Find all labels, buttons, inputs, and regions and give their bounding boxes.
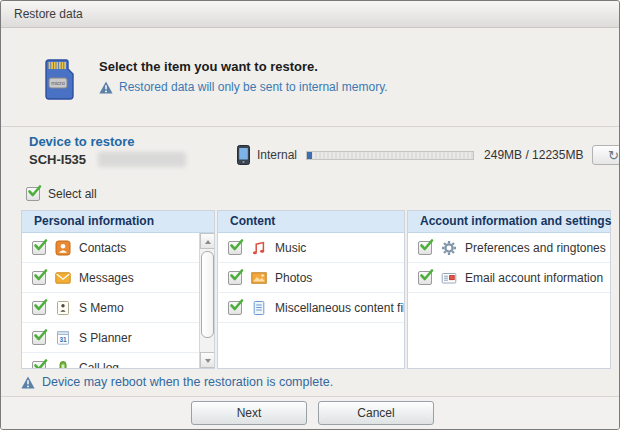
list-item-photos[interactable]: Photos: [218, 263, 404, 293]
document-icon: [251, 300, 267, 316]
list-item-email-account-information[interactable]: Email account information: [408, 263, 610, 293]
device-model: SCH-I535: [29, 152, 86, 167]
warning-icon: [99, 81, 113, 94]
list-item-preferences-and-ringtones[interactable]: Preferences and ringtones: [408, 233, 610, 263]
item-label: Photos: [275, 271, 312, 285]
item-checkbox[interactable]: [32, 271, 46, 285]
item-label: S Planner: [79, 331, 132, 345]
device-section-title: Device to restore: [29, 134, 135, 149]
phone-icon: [237, 145, 250, 165]
music-icon: [251, 240, 267, 256]
footer-bar: Next Cancel: [1, 396, 619, 429]
refresh-button[interactable]: ↻: [592, 145, 620, 165]
device-serial-redacted: [98, 152, 186, 167]
smemo-icon: [55, 300, 71, 316]
list-item-s-planner[interactable]: 31S Planner: [22, 323, 214, 353]
select-all-checkbox[interactable]: [26, 187, 40, 201]
reboot-warning-row: Device may reboot when the restoration i…: [21, 375, 333, 389]
list-item-call-log[interactable]: Call log: [22, 353, 214, 368]
item-checkbox[interactable]: [418, 271, 432, 285]
intro-title: Select the item you want to restore.: [99, 59, 388, 74]
column-header: Personal information: [22, 211, 214, 233]
scrollbar-thumb[interactable]: [201, 251, 214, 338]
storage-usage-text: 249MB / 12235MB: [484, 148, 583, 162]
storage-progress-bar: [306, 151, 474, 160]
list-item-contacts[interactable]: Contacts: [22, 233, 214, 263]
messages-icon: [55, 270, 71, 286]
item-label: Music: [275, 241, 306, 255]
item-label: Contacts: [79, 241, 126, 255]
item-label: Call log: [79, 361, 119, 369]
reboot-warning-text: Device may reboot when the restoration i…: [42, 375, 333, 389]
item-label: Email account information: [465, 271, 603, 285]
item-checkbox[interactable]: [32, 301, 46, 315]
email-icon: [441, 270, 457, 286]
column-content: Content MusicPhotosMiscellaneous content…: [217, 210, 405, 369]
refresh-icon: ↻: [608, 149, 619, 162]
list-item-music[interactable]: Music: [218, 233, 404, 263]
storage-label: Internal: [257, 148, 297, 162]
item-label: Miscellaneous content files: [275, 301, 404, 315]
restore-items-table: Personal information ContactsMessagesS M…: [21, 210, 611, 369]
scrollbar[interactable]: [199, 233, 214, 368]
microsd-card-icon: micro: [41, 57, 77, 101]
splanner-icon: 31: [55, 330, 71, 346]
item-checkbox[interactable]: [228, 241, 242, 255]
column-account-information: Account information and settings Prefere…: [407, 210, 611, 369]
item-checkbox[interactable]: [228, 301, 242, 315]
svg-text:31: 31: [59, 335, 67, 342]
item-checkbox[interactable]: [32, 331, 46, 345]
column-header: Content: [218, 211, 404, 233]
cancel-button[interactable]: Cancel: [318, 401, 434, 425]
window-title: Restore data: [14, 7, 83, 21]
warning-icon: [21, 376, 35, 389]
arrow-up-icon: [205, 240, 211, 244]
item-label: S Memo: [79, 301, 124, 315]
svg-text:micro: micro: [51, 80, 64, 86]
item-label: Preferences and ringtones: [465, 241, 606, 255]
column-header: Account information and settings: [408, 211, 610, 233]
scrollbar-up-button[interactable]: [200, 233, 214, 249]
intro-section: micro Select the item you want to restor…: [1, 28, 619, 126]
item-label: Messages: [79, 271, 134, 285]
item-checkbox[interactable]: [418, 241, 432, 255]
scrollbar-down-button[interactable]: [200, 352, 214, 368]
restore-data-dialog: Restore data micro Select the item you w…: [0, 0, 620, 430]
next-button[interactable]: Next: [191, 401, 307, 425]
calllog-icon: [55, 360, 71, 369]
contacts-icon: [55, 240, 71, 256]
gear-icon: [441, 240, 457, 256]
select-all-label: Select all: [48, 187, 97, 201]
list-item-messages[interactable]: Messages: [22, 263, 214, 293]
item-checkbox[interactable]: [228, 271, 242, 285]
list-item-miscellaneous-content-files[interactable]: Miscellaneous content files: [218, 293, 404, 323]
photos-icon: [251, 270, 267, 286]
titlebar[interactable]: Restore data: [1, 1, 619, 28]
select-all-row[interactable]: Select all: [26, 187, 97, 201]
item-checkbox[interactable]: [32, 361, 46, 369]
intro-warning-text: Restored data will only be sent to inter…: [119, 80, 388, 94]
item-checkbox[interactable]: [32, 241, 46, 255]
column-personal-information: Personal information ContactsMessagesS M…: [21, 210, 215, 369]
device-section: Device to restore SCH-I535 Internal 249M…: [1, 127, 619, 181]
arrow-down-icon: [205, 359, 211, 363]
storage-progress-fill: [307, 152, 312, 159]
list-item-s-memo[interactable]: S Memo: [22, 293, 214, 323]
